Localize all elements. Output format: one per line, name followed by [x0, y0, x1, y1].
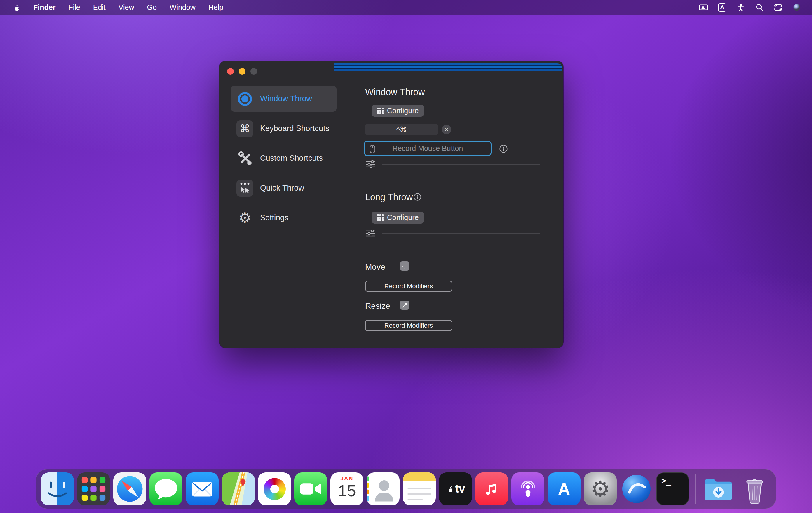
- maps-dock-icon[interactable]: [222, 473, 255, 505]
- input-source-icon[interactable]: A: [718, 3, 727, 12]
- section-divider: [382, 164, 540, 165]
- window-throw-info-button[interactable]: [499, 145, 508, 154]
- configure-label: Configure: [387, 107, 418, 115]
- grid-icon: [377, 214, 383, 221]
- sidebar-item-keyboard-shortcuts[interactable]: ⌘ Keyboard Shortcuts: [231, 116, 337, 142]
- sidebar-item-window-throw[interactable]: Window Throw: [231, 86, 337, 112]
- menu-item-go[interactable]: Go: [147, 3, 157, 12]
- control-center-icon[interactable]: [774, 3, 783, 12]
- menu-bar: Finder File Edit View Go Window Help A: [0, 0, 812, 14]
- info-icon: [413, 193, 422, 201]
- trash-bin-icon: [738, 473, 771, 505]
- sidebar-item-label: Settings: [260, 213, 289, 222]
- messages-dock-icon[interactable]: [149, 473, 182, 505]
- sidebar-item-custom-shortcuts[interactable]: Custom Shortcuts: [231, 145, 337, 171]
- calendar-dock-icon[interactable]: JAN 15: [330, 473, 364, 505]
- configure-long-throw-button[interactable]: Configure: [372, 212, 424, 223]
- sliders-icon: [366, 160, 376, 168]
- menu-item-window[interactable]: Window: [170, 3, 196, 12]
- podcasts-dock-icon[interactable]: [511, 473, 544, 505]
- accessibility-icon[interactable]: [736, 3, 746, 12]
- sidebar: Window Throw ⌘ Keyboard Shortcuts: [231, 86, 337, 231]
- command-key-icon: ⌘: [236, 119, 254, 138]
- finder-dock-icon[interactable]: [41, 473, 74, 505]
- section-divider: [382, 234, 540, 234]
- clear-shortcut-button[interactable]: ×: [442, 125, 451, 134]
- photos-pinwheel: [264, 478, 286, 500]
- menu-item-view[interactable]: View: [118, 3, 134, 12]
- sidebar-item-label: Custom Shortcuts: [260, 154, 323, 163]
- calendar-day: 15: [338, 482, 356, 500]
- window-throw-title: Window Throw: [365, 87, 425, 97]
- trash-dock-icon[interactable]: [738, 473, 771, 505]
- apple-logo-icon: [446, 485, 454, 493]
- record-resize-modifiers-button[interactable]: Record Modifiers: [365, 320, 452, 331]
- keyboard-icon[interactable]: [699, 3, 708, 12]
- menu-app-name[interactable]: Finder: [33, 3, 55, 12]
- record-circle-icon: [236, 90, 254, 108]
- mail-dock-icon[interactable]: [185, 473, 219, 505]
- downloads-folder-icon: [702, 473, 735, 505]
- contacts-dock-icon[interactable]: [367, 473, 400, 505]
- window-throw-app-dock-icon[interactable]: [620, 473, 653, 505]
- dock: JAN 15 tv: [36, 469, 776, 509]
- record-move-modifiers-button[interactable]: Record Modifiers: [365, 281, 452, 292]
- swirl-icon: [620, 473, 653, 505]
- safari-dock-icon[interactable]: [113, 473, 146, 505]
- facetime-dock-icon[interactable]: [294, 473, 327, 505]
- configure-window-throw-button[interactable]: Configure: [372, 105, 424, 117]
- info-icon: [499, 145, 508, 153]
- gear-icon: ⚙: [236, 209, 254, 227]
- calendar-month: JAN: [340, 475, 353, 482]
- spotlight-icon[interactable]: [755, 3, 764, 12]
- input-source-letter: A: [718, 3, 726, 12]
- tv-label: tv: [455, 483, 465, 495]
- music-dock-icon[interactable]: [475, 473, 508, 505]
- music-note-icon: [483, 480, 500, 498]
- grid-icon: [377, 108, 383, 114]
- downloads-folder-dock-icon[interactable]: [702, 473, 735, 505]
- mouse-icon: [370, 145, 375, 153]
- sidebar-item-quick-throw[interactable]: Quick Throw: [231, 175, 337, 201]
- menu-bar-left: Finder File Edit View Go Window Help: [0, 3, 223, 12]
- app-store-dock-icon[interactable]: A: [548, 473, 581, 505]
- app-window: Window Throw ⌘ Keyboard Shortcuts: [220, 61, 563, 348]
- window-top-stripe: [334, 63, 562, 72]
- long-throw-info-button[interactable]: [413, 193, 422, 202]
- zoom-button-disabled: [251, 68, 257, 75]
- sidebar-item-label: Window Throw: [260, 94, 312, 103]
- window-throw-options-expander[interactable]: [366, 160, 376, 169]
- record-mouse-button-field[interactable]: [364, 141, 492, 156]
- menu-item-help[interactable]: Help: [208, 3, 223, 12]
- gear-icon: ⚙: [590, 478, 610, 500]
- sidebar-item-label: Keyboard Shortcuts: [260, 124, 329, 133]
- siri-icon[interactable]: [792, 3, 802, 12]
- move-label: Move: [365, 262, 385, 272]
- system-settings-dock-icon[interactable]: ⚙: [584, 473, 617, 505]
- terminal-prompt: >_: [661, 476, 671, 486]
- resize-icon: [400, 301, 409, 310]
- sliders-icon: [366, 230, 376, 237]
- launchpad-dock-icon[interactable]: [77, 473, 110, 505]
- quick-throw-icon: [236, 179, 254, 198]
- menu-bar-status: A: [699, 3, 812, 12]
- traffic-lights: [227, 68, 257, 75]
- menu-item-edit[interactable]: Edit: [93, 3, 106, 12]
- sidebar-item-settings[interactable]: ⚙ Settings: [231, 205, 337, 231]
- desktop: Finder File Edit View Go Window Help A: [0, 0, 812, 513]
- minimize-button[interactable]: [239, 68, 245, 75]
- record-modifiers-label: Record Modifiers: [384, 282, 433, 290]
- dock-divider: [695, 475, 696, 504]
- apple-tv-dock-icon[interactable]: tv: [439, 473, 472, 505]
- record-mouse-input[interactable]: [365, 144, 491, 153]
- terminal-dock-icon[interactable]: >_: [656, 473, 689, 505]
- window-throw-shortcut-field[interactable]: ^⌘: [365, 124, 438, 135]
- photos-dock-icon[interactable]: [258, 473, 291, 505]
- notes-dock-icon[interactable]: [403, 473, 436, 505]
- shortcut-value: ^⌘: [396, 125, 407, 134]
- menu-item-file[interactable]: File: [68, 3, 80, 12]
- long-throw-options-expander[interactable]: [366, 230, 376, 238]
- apple-menu[interactable]: [11, 3, 21, 12]
- close-button[interactable]: [227, 68, 234, 75]
- sidebar-item-label: Quick Throw: [260, 184, 304, 192]
